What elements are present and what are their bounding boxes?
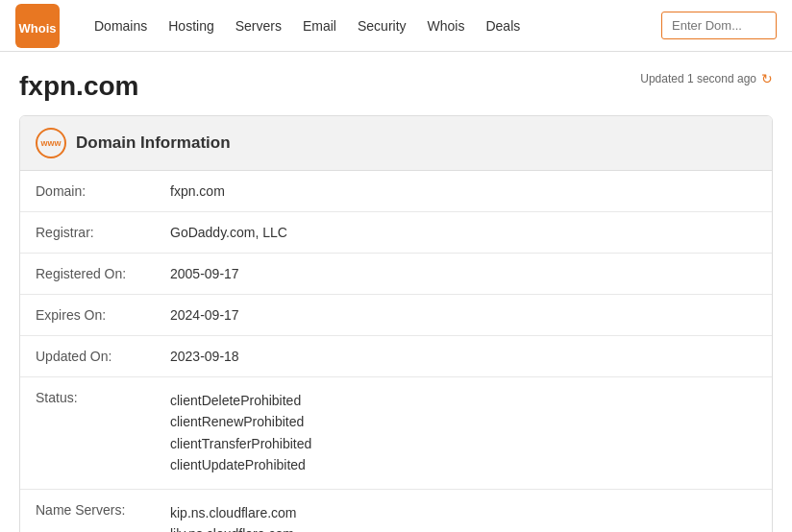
nav-security[interactable]: Security: [348, 12, 416, 39]
updated-line: Updated 1 second ago ↻: [640, 71, 773, 86]
status-item-2: clientTransferProhibited: [170, 433, 756, 454]
ns-item-1: lily.ns.cloudflare.com: [170, 523, 756, 532]
page-title: fxpn.com: [19, 71, 138, 102]
table-row: Expires On: 2024-09-17: [20, 295, 772, 336]
nameservers-values: kip.ns.cloudflare.com lily.ns.cloudflare…: [155, 489, 772, 532]
field-value-updated-on: 2023-09-18: [155, 336, 772, 377]
nameservers-row: Name Servers: kip.ns.cloudflare.com lily…: [20, 489, 772, 532]
field-value-domain: fxpn.com: [155, 171, 772, 212]
status-label: Status:: [20, 377, 155, 490]
status-item-3: clientUpdateProhibited: [170, 454, 756, 475]
table-row: Registrar: GoDaddy.com, LLC: [20, 212, 772, 254]
field-value-expires-on: 2024-09-17: [155, 295, 772, 336]
status-item-0: clientDeleteProhibited: [170, 390, 756, 411]
info-table: Domain: fxpn.com Registrar: GoDaddy.com,…: [20, 171, 772, 532]
nav-deals[interactable]: Deals: [476, 12, 530, 39]
logo-icon: Whois: [15, 4, 60, 48]
status-item-1: clientRenewProhibited: [170, 411, 756, 432]
logo-link[interactable]: Whois: [15, 4, 65, 48]
page-content: fxpn.com Updated 1 second ago ↻ www Doma…: [0, 52, 792, 532]
nav-links: Domains Hosting Servers Email Security W…: [85, 12, 661, 39]
status-values: clientDeleteProhibited clientRenewProhib…: [155, 377, 772, 490]
table-row: Domain: fxpn.com: [20, 171, 772, 212]
field-value-registered-on: 2005-09-17: [155, 254, 772, 295]
svg-text:Whois: Whois: [19, 21, 57, 36]
table-row: Updated On: 2023-09-18: [20, 336, 772, 377]
ns-item-0: kip.ns.cloudflare.com: [170, 502, 756, 523]
card-title: Domain Information: [76, 133, 231, 153]
table-row: Registered On: 2005-09-17: [20, 254, 772, 295]
field-label-updated-on: Updated On:: [20, 336, 155, 377]
refresh-icon[interactable]: ↻: [761, 71, 773, 86]
card-header: www Domain Information: [20, 116, 772, 171]
field-label-expires-on: Expires On:: [20, 295, 155, 336]
search-input[interactable]: [661, 12, 777, 39]
www-icon: www: [36, 128, 66, 158]
updated-text: Updated 1 second ago: [640, 72, 756, 85]
nav-email[interactable]: Email: [293, 12, 346, 39]
nav-hosting[interactable]: Hosting: [159, 12, 223, 39]
domain-info-card: www Domain Information Domain: fxpn.com …: [19, 115, 773, 532]
field-label-domain: Domain:: [20, 171, 155, 212]
field-value-registrar: GoDaddy.com, LLC: [155, 212, 772, 254]
navbar: Whois Domains Hosting Servers Email Secu…: [0, 0, 792, 52]
field-label-registered-on: Registered On:: [20, 254, 155, 295]
nav-domains[interactable]: Domains: [85, 12, 157, 39]
status-row: Status: clientDeleteProhibited clientRen…: [20, 377, 772, 490]
nav-whois[interactable]: Whois: [418, 12, 475, 39]
field-label-registrar: Registrar:: [20, 212, 155, 254]
nameservers-label: Name Servers:: [20, 489, 155, 532]
nav-servers[interactable]: Servers: [226, 12, 291, 39]
